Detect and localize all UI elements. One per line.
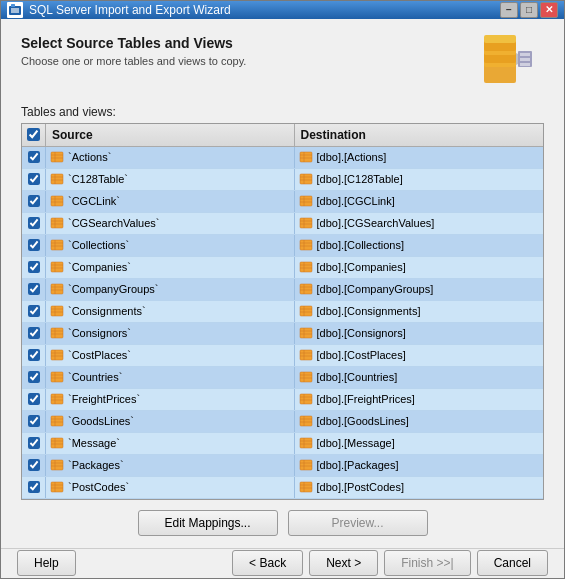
row-checkbox[interactable] [28,195,40,207]
svg-rect-70 [51,306,63,316]
svg-rect-110 [51,416,63,426]
destination-text: [dbo].[C128Table] [317,173,403,185]
table-row: `Consignors` [dbo].[Consignors] [22,323,543,345]
header-area: Select Source Tables and Views Choose on… [21,35,544,95]
table-header: Source Destination [22,124,543,147]
svg-rect-12 [520,58,530,61]
svg-rect-13 [520,63,530,66]
wizard-window: SQL Server Import and Export Wizard − □ … [0,0,565,579]
table-icon [50,436,64,450]
row-checkbox[interactable] [28,437,40,449]
row-destination-cell: [dbo].[Countries] [295,367,544,388]
minimize-button[interactable]: − [500,2,518,18]
svg-rect-11 [520,53,530,56]
source-text: `Companies` [68,261,131,273]
edit-mappings-button[interactable]: Edit Mappings... [138,510,278,536]
row-destination-cell: [dbo].[Packages] [295,455,544,476]
row-destination-cell: [dbo].[C128Table] [295,169,544,190]
select-all-checkbox[interactable] [27,128,40,141]
row-checkbox[interactable] [28,239,40,251]
row-source-cell: `CostPlaces` [46,345,295,366]
row-destination-cell: [dbo].[Message] [295,433,544,454]
row-checkbox[interactable] [28,415,40,427]
row-checkbox[interactable] [28,459,40,471]
table-icon [50,480,64,494]
maximize-button[interactable]: □ [520,2,538,18]
row-checkbox-cell[interactable] [22,301,46,322]
row-checkbox-cell[interactable] [22,455,46,476]
row-source-cell: `Consignors` [46,323,295,344]
table-icon [50,172,64,186]
svg-rect-78 [51,328,63,338]
help-button[interactable]: Help [17,550,76,576]
row-checkbox-cell[interactable] [22,477,46,498]
source-text: `CompanyGroups` [68,283,158,295]
row-destination-cell: [dbo].[Consignments] [295,301,544,322]
row-source-cell: `PostCodes` [46,477,295,498]
table-icon [50,238,64,252]
row-checkbox-cell[interactable] [22,323,46,344]
row-checkbox[interactable] [28,151,40,163]
row-checkbox[interactable] [28,283,40,295]
destination-table-icon [299,414,313,428]
finish-button: Finish >>| [384,550,470,576]
row-checkbox[interactable] [28,349,40,361]
destination-text: [dbo].[Consignors] [317,327,406,339]
window-controls: − □ ✕ [500,2,558,18]
row-checkbox[interactable] [28,327,40,339]
row-source-cell: `Consignments` [46,301,295,322]
next-button[interactable]: Next > [309,550,378,576]
row-source-cell: `GoodsLines` [46,411,295,432]
table-row: `PostCodes` [dbo].[PostCodes] [22,477,543,499]
svg-rect-1 [11,8,19,13]
row-checkbox-cell[interactable] [22,169,46,190]
row-checkbox[interactable] [28,393,40,405]
row-checkbox-cell[interactable] [22,191,46,212]
row-destination-cell: [dbo].[PostCodes] [295,477,544,498]
row-checkbox-cell[interactable] [22,147,46,168]
table-icon [50,194,64,208]
row-source-cell: `Actions` [46,147,295,168]
tables-grid[interactable]: Source Destination `Actions` [dbo].[Acti… [21,123,544,500]
row-checkbox-cell[interactable] [22,411,46,432]
row-checkbox[interactable] [28,261,40,273]
destination-table-icon [299,216,313,230]
row-destination-cell: [dbo].[GoodsLines] [295,411,544,432]
svg-rect-90 [300,350,312,360]
destination-table-icon [299,458,313,472]
source-text: `Collections` [68,239,129,251]
cancel-button[interactable]: Cancel [477,550,548,576]
row-checkbox-cell[interactable] [22,257,46,278]
row-source-cell: `CompanyGroups` [46,279,295,300]
destination-text: [dbo].[CompanyGroups] [317,283,434,295]
row-source-cell: `Collections` [46,235,295,256]
row-source-cell: `Message` [46,433,295,454]
row-checkbox[interactable] [28,481,40,493]
row-checkbox[interactable] [28,305,40,317]
row-checkbox-cell[interactable] [22,367,46,388]
svg-rect-130 [300,460,312,470]
destination-text: [dbo].[Consignments] [317,305,421,317]
row-checkbox-cell[interactable] [22,213,46,234]
svg-rect-106 [300,394,312,404]
row-source-cell: `FreightPrices` [46,389,295,410]
destination-table-icon [299,194,313,208]
table-icon [50,326,64,340]
row-checkbox-cell[interactable] [22,279,46,300]
svg-rect-54 [51,262,63,272]
row-checkbox[interactable] [28,217,40,229]
close-button[interactable]: ✕ [540,2,558,18]
row-checkbox-cell[interactable] [22,235,46,256]
source-column-header: Source [46,124,295,146]
row-checkbox-cell[interactable] [22,433,46,454]
back-button[interactable]: < Back [232,550,303,576]
row-checkbox[interactable] [28,173,40,185]
row-checkbox-cell[interactable] [22,345,46,366]
source-text: `Consignors` [68,327,131,339]
row-checkbox-cell[interactable] [22,389,46,410]
table-row: `Actions` [dbo].[Actions] [22,147,543,169]
row-destination-cell: [dbo].[Consignors] [295,323,544,344]
row-checkbox[interactable] [28,371,40,383]
row-source-cell: `C128Table` [46,169,295,190]
svg-rect-126 [51,460,63,470]
